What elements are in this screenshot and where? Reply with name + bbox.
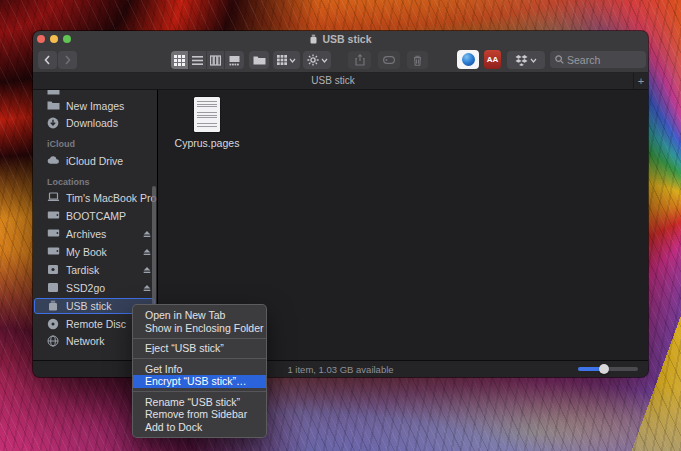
context-menu: Open in New Tab Show in Enclosing Folder… <box>132 304 267 438</box>
eject-icon[interactable] <box>142 265 152 275</box>
gallery-view-icon <box>229 55 240 66</box>
sidebar-item-my-book[interactable]: My Book <box>35 244 152 260</box>
external-disk-icon <box>47 264 60 277</box>
dropbox-button[interactable] <box>507 51 545 69</box>
icon-size-slider[interactable] <box>578 367 638 371</box>
new-tab-button[interactable]: + <box>633 73 648 89</box>
eject-icon[interactable] <box>142 283 152 293</box>
menu-item-add-to-dock[interactable]: Add to Dock <box>133 421 266 434</box>
menu-item-rename[interactable]: Rename “USB stick” <box>133 396 266 409</box>
sidebar-item-label: USB stick <box>66 300 112 312</box>
menu-item-eject[interactable]: Eject “USB stick” <box>133 342 266 355</box>
menu-item-open-in-new-tab[interactable]: Open in New Tab <box>133 309 266 322</box>
folder-icon <box>253 55 266 66</box>
blue-sphere-icon <box>462 53 475 66</box>
sidebar-item-tardisk[interactable]: Tardisk <box>35 262 152 278</box>
usb-drive-icon <box>309 34 318 44</box>
column-view-button[interactable] <box>207 51 225 69</box>
folder-icon <box>47 90 60 98</box>
sidebar-item-bootcamp[interactable]: BOOTCAMP <box>35 208 152 224</box>
chevron-right-icon <box>63 55 72 65</box>
trash-icon <box>413 55 422 66</box>
sidebar-item-icloud-drive[interactable]: iCloud Drive <box>35 153 152 169</box>
back-button[interactable] <box>38 51 57 69</box>
chevron-left-icon <box>43 55 52 65</box>
minimize-button[interactable] <box>50 35 58 43</box>
external-disk-icon <box>47 282 60 295</box>
sidebar-item-label: New Images <box>66 100 124 112</box>
menu-item-encrypt[interactable]: Encrypt “USB stick”… <box>133 375 266 388</box>
delete-button[interactable] <box>407 51 428 69</box>
title-bar[interactable]: USB stick <box>33 31 648 47</box>
group-grid-icon <box>277 55 287 65</box>
status-summary: 1 item, 1.03 GB available <box>287 364 393 375</box>
sidebar-item-label: Tim's MacBook Pro <box>66 192 156 204</box>
gear-icon <box>307 54 319 66</box>
chevron-down-icon <box>321 58 328 63</box>
hard-drive-icon <box>47 228 60 241</box>
folder-icon <box>47 100 60 113</box>
desktop: USB stick <box>0 0 681 451</box>
sidebar-item-label: Network <box>66 335 105 347</box>
action-menu-button[interactable] <box>303 51 331 69</box>
eject-icon[interactable] <box>142 229 152 239</box>
group-button[interactable] <box>273 51 300 69</box>
search-input[interactable] <box>567 54 639 66</box>
search-icon <box>555 55 564 64</box>
disc-icon <box>47 318 60 331</box>
forward-button[interactable] <box>58 51 77 69</box>
share-icon <box>355 54 365 66</box>
dropbox-icon <box>515 55 528 66</box>
sidebar-item-label: SSD2go <box>66 282 105 294</box>
sidebar-item-label: Remote Disc <box>66 318 126 330</box>
sidebar-item-label: BOOTCAMP <box>66 210 126 222</box>
aa-icon: AA <box>487 55 499 64</box>
search-field[interactable] <box>550 51 646 68</box>
sidebar-item-archives[interactable]: Archives <box>35 226 152 242</box>
download-icon <box>47 117 60 130</box>
zoom-button[interactable] <box>63 35 71 43</box>
icon-view-button[interactable] <box>171 51 189 69</box>
tag-icon <box>383 56 395 64</box>
menu-separator <box>133 358 266 359</box>
list-view-button[interactable] <box>189 51 207 69</box>
sidebar-item-label: Archives <box>66 228 106 240</box>
file-cyprus-pages[interactable]: Cyprus.pages <box>170 97 244 149</box>
menu-separator <box>133 338 266 339</box>
sidebar-item-label: iCloud Drive <box>66 155 123 167</box>
chevron-down-icon <box>530 58 537 63</box>
close-button[interactable] <box>37 35 45 43</box>
tag-button[interactable] <box>378 51 400 69</box>
share-button[interactable] <box>348 51 371 69</box>
tab-usb-stick[interactable]: USB stick <box>33 73 633 89</box>
sidebar-item-macbook[interactable]: Tim's MacBook Pro <box>35 190 152 206</box>
sidebar-item-label: My Book <box>66 246 107 258</box>
list-view-icon <box>192 55 203 66</box>
traffic-lights <box>37 35 71 43</box>
window-title: USB stick <box>322 31 371 47</box>
pages-document-icon <box>194 97 220 132</box>
cloud-icon <box>47 155 60 168</box>
status-bar: 1 item, 1.03 GB available <box>33 360 648 377</box>
new-folder-button[interactable] <box>249 51 269 69</box>
sidebar-item-label: Downloads <box>66 117 118 129</box>
menu-item-remove-from-sidebar[interactable]: Remove from Sidebar <box>133 408 266 421</box>
sidebar-section-icloud: iCloud <box>35 138 152 150</box>
grid-view-icon <box>174 55 185 66</box>
slider-knob[interactable] <box>599 364 609 374</box>
menu-item-show-in-enclosing-folder[interactable]: Show in Enclosing Folder <box>133 322 266 335</box>
gallery-view-button[interactable] <box>225 51 243 69</box>
sidebar-item-new-images[interactable]: New Images <box>35 98 152 114</box>
sidebar-item-downloads[interactable]: Downloads <box>35 115 152 131</box>
tab-bar: USB stick + <box>33 73 648 90</box>
menu-separator <box>133 391 266 392</box>
menu-item-get-info[interactable]: Get Info <box>133 363 266 376</box>
sidebar-item-ssd2go[interactable]: SSD2go <box>35 280 152 296</box>
eject-icon[interactable] <box>142 247 152 257</box>
toolbar: AA <box>33 47 648 73</box>
globe-icon <box>47 335 60 348</box>
column-view-icon <box>210 55 221 66</box>
finder-window: USB stick <box>33 31 648 377</box>
app-toolbar-button-sphere[interactable] <box>457 50 479 69</box>
app-toolbar-button-fonts[interactable]: AA <box>484 50 501 69</box>
